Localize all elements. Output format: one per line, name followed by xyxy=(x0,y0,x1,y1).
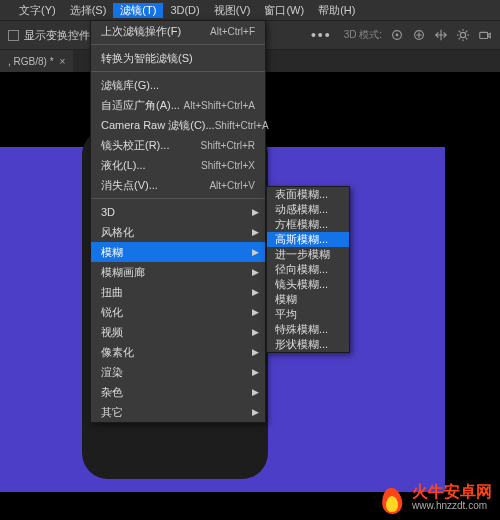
submenu-item[interactable]: 特殊模糊... xyxy=(267,322,349,337)
mode-icon-group xyxy=(390,28,492,42)
submenu-item[interactable]: 平均 xyxy=(267,307,349,322)
chevron-right-icon: ▶ xyxy=(252,247,259,257)
menu-item[interactable]: 模糊画廊▶ xyxy=(91,262,265,282)
watermark: 火牛安卓网 www.hnzzdt.com xyxy=(378,482,492,514)
menu-item[interactable]: Camera Raw 滤镜(C)...Shift+Ctrl+A xyxy=(91,115,265,135)
menu-item-label: 液化(L)... xyxy=(101,158,201,173)
submenu-item[interactable]: 表面模糊... xyxy=(267,187,349,202)
menu-item-label: 风格化 xyxy=(101,225,255,240)
flame-icon xyxy=(378,482,406,514)
submenu-item[interactable]: 镜头模糊... xyxy=(267,277,349,292)
close-icon[interactable]: × xyxy=(60,56,66,67)
menu-item[interactable]: 视频▶ xyxy=(91,322,265,342)
menu-item[interactable]: 消失点(V)...Alt+Ctrl+V xyxy=(91,175,265,195)
menu-item[interactable]: 滤镜(T) xyxy=(113,3,163,18)
more-options-icon[interactable]: ••• xyxy=(305,27,338,43)
menu-item[interactable]: 滤镜库(G)... xyxy=(91,75,265,95)
chevron-right-icon: ▶ xyxy=(252,347,259,357)
chevron-right-icon: ▶ xyxy=(252,327,259,337)
menu-item[interactable]: 像素化▶ xyxy=(91,342,265,362)
chevron-right-icon: ▶ xyxy=(252,267,259,277)
submenu-item[interactable]: 形状模糊... xyxy=(267,337,349,352)
chevron-right-icon: ▶ xyxy=(252,307,259,317)
checkbox-icon xyxy=(8,30,19,41)
menu-item-label: 镜头校正(R)... xyxy=(101,138,201,153)
menu-item-label: Camera Raw 滤镜(C)... xyxy=(101,118,215,133)
menu-item[interactable]: 文字(Y) xyxy=(12,3,63,18)
chevron-right-icon: ▶ xyxy=(252,387,259,397)
menu-item[interactable]: 自适应广角(A)...Alt+Shift+Ctrl+A xyxy=(91,95,265,115)
submenu-item[interactable]: 模糊 xyxy=(267,292,349,307)
light-icon[interactable] xyxy=(456,28,470,42)
menu-item[interactable]: 转换为智能滤镜(S) xyxy=(91,48,265,68)
menu-item-label: 上次滤镜操作(F) xyxy=(101,24,210,39)
menubar: 文字(Y)选择(S)滤镜(T)3D(D)视图(V)窗口(W)帮助(H) xyxy=(0,0,500,20)
menu-item[interactable]: 风格化▶ xyxy=(91,222,265,242)
submenu-item[interactable]: 动感模糊... xyxy=(267,202,349,217)
menu-item[interactable]: 3D(D) xyxy=(163,4,206,16)
shortcut-label: Shift+Ctrl+R xyxy=(201,140,255,151)
menu-item-label: 扭曲 xyxy=(101,285,255,300)
shortcut-label: Shift+Ctrl+A xyxy=(215,120,269,131)
shortcut-label: Alt+Shift+Ctrl+A xyxy=(184,100,255,111)
move-icon[interactable] xyxy=(434,28,448,42)
menu-item[interactable]: 扭曲▶ xyxy=(91,282,265,302)
menu-item-label: 滤镜库(G)... xyxy=(101,78,255,93)
menu-item-label: 自适应广角(A)... xyxy=(101,98,184,113)
chevron-right-icon: ▶ xyxy=(252,407,259,417)
shortcut-label: Alt+Ctrl+F xyxy=(210,26,255,37)
chevron-right-icon: ▶ xyxy=(252,227,259,237)
pan-icon[interactable] xyxy=(412,28,426,42)
camera-icon[interactable] xyxy=(478,28,492,42)
menu-item-label: 渲染 xyxy=(101,365,255,380)
menu-item-label: 消失点(V)... xyxy=(101,178,209,193)
document-tab[interactable]: , RGB/8) * × xyxy=(0,50,73,72)
menu-item[interactable]: 帮助(H) xyxy=(311,3,362,18)
menu-item[interactable]: 3D▶ xyxy=(91,202,265,222)
menu-item-label: 其它 xyxy=(101,405,255,420)
menu-item-label: 模糊 xyxy=(101,245,255,260)
menu-item-label: 锐化 xyxy=(101,305,255,320)
menu-item[interactable]: 模糊▶ xyxy=(91,242,265,262)
shortcut-label: Alt+Ctrl+V xyxy=(209,180,255,191)
menu-item-label: 像素化 xyxy=(101,345,255,360)
menu-item[interactable]: 窗口(W) xyxy=(257,3,311,18)
submenu-item[interactable]: 方框模糊... xyxy=(267,217,349,232)
chevron-right-icon: ▶ xyxy=(252,207,259,217)
tab-label: , RGB/8) * xyxy=(8,56,54,67)
mode-label: 3D 模式: xyxy=(344,28,382,42)
separator xyxy=(91,71,265,72)
show-transform-checkbox[interactable]: 显示变换控件 xyxy=(8,28,90,43)
menu-item[interactable]: 锐化▶ xyxy=(91,302,265,322)
chevron-right-icon: ▶ xyxy=(252,367,259,377)
svg-rect-4 xyxy=(480,32,488,38)
menu-item[interactable]: 选择(S) xyxy=(63,3,114,18)
watermark-site: www.hnzzdt.com xyxy=(412,500,492,512)
separator xyxy=(91,198,265,199)
svg-point-1 xyxy=(396,34,398,36)
checkbox-label: 显示变换控件 xyxy=(24,28,90,43)
separator xyxy=(91,44,265,45)
menu-item[interactable]: 镜头校正(R)...Shift+Ctrl+R xyxy=(91,135,265,155)
shortcut-label: Shift+Ctrl+X xyxy=(201,160,255,171)
submenu-item[interactable]: 径向模糊... xyxy=(267,262,349,277)
blur-submenu[interactable]: 表面模糊...动感模糊...方框模糊...高斯模糊...进一步模糊径向模糊...… xyxy=(266,186,350,353)
menu-item-label: 模糊画廊 xyxy=(101,265,255,280)
menu-item[interactable]: 杂色▶ xyxy=(91,382,265,402)
filter-menu[interactable]: 上次滤镜操作(F)Alt+Ctrl+F转换为智能滤镜(S)滤镜库(G)...自适… xyxy=(90,20,266,423)
menu-item-label: 杂色 xyxy=(101,385,255,400)
menu-item[interactable]: 液化(L)...Shift+Ctrl+X xyxy=(91,155,265,175)
menu-item-label: 3D xyxy=(101,206,255,218)
svg-point-3 xyxy=(460,32,465,37)
chevron-right-icon: ▶ xyxy=(252,287,259,297)
menu-item[interactable]: 其它▶ xyxy=(91,402,265,422)
watermark-brand: 火牛安卓网 xyxy=(412,484,492,500)
menu-item-label: 转换为智能滤镜(S) xyxy=(101,51,255,66)
submenu-item[interactable]: 高斯模糊... xyxy=(267,232,349,247)
menu-item[interactable]: 渲染▶ xyxy=(91,362,265,382)
submenu-item[interactable]: 进一步模糊 xyxy=(267,247,349,262)
menu-item[interactable]: 视图(V) xyxy=(207,3,258,18)
menu-item[interactable]: 上次滤镜操作(F)Alt+Ctrl+F xyxy=(91,21,265,41)
orbit-icon[interactable] xyxy=(390,28,404,42)
menu-item-label: 视频 xyxy=(101,325,255,340)
